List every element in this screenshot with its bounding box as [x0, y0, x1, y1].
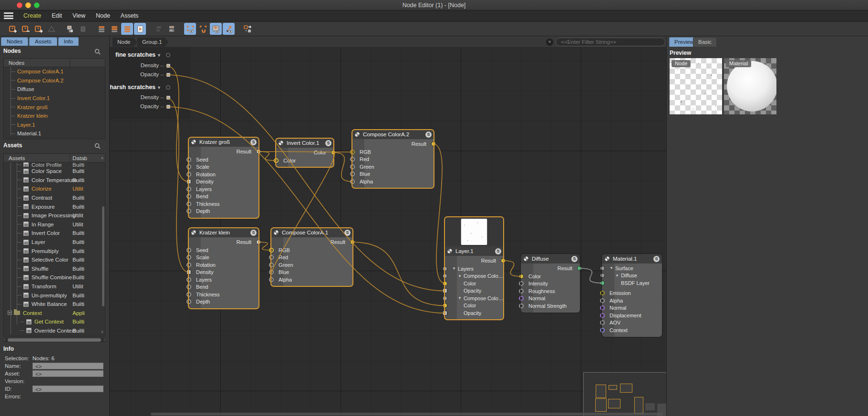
- solo-badge[interactable]: S: [250, 139, 257, 145]
- node-header[interactable]: Invert Color.1 S: [276, 138, 334, 148]
- port[interactable]: [443, 303, 447, 308]
- expand-arrow-icon[interactable]: ▼: [452, 266, 456, 271]
- node-header[interactable]: Material.1 S: [602, 254, 662, 264]
- port[interactable]: [443, 266, 447, 271]
- info-field[interactable]: <>: [32, 363, 103, 369]
- solo-badge[interactable]: S: [653, 256, 660, 262]
- port[interactable]: [350, 172, 355, 176]
- node-header[interactable]: Compose ColorA.2 S: [352, 130, 434, 139]
- titlebar[interactable]: Node Editor (1) - [Node]: [0, 0, 868, 10]
- port[interactable]: [443, 311, 447, 315]
- node-list-item[interactable]: Compose ColorA.2: [4, 76, 105, 85]
- asset-list-item[interactable]: Color SpaceBuilti: [4, 167, 105, 176]
- asset-list-item[interactable]: Un-premultiplyBuilti: [4, 291, 105, 300]
- menu-item-assets[interactable]: Assets: [115, 11, 144, 20]
- solo-badge[interactable]: S: [571, 256, 578, 262]
- graph-node-kgross[interactable]: Kratzer groß S Result Seed Scale Rotatio…: [188, 137, 259, 218]
- menu-item-view[interactable]: View: [67, 11, 91, 20]
- port[interactable]: [443, 281, 447, 286]
- graph-node-diffuse[interactable]: Diffuse S Result Color Intensity Roughne…: [521, 254, 580, 313]
- group-port[interactable]: [166, 95, 171, 100]
- port[interactable]: [186, 194, 191, 199]
- preview-thumbnail-material[interactable]: Material: [724, 58, 776, 114]
- port[interactable]: [186, 255, 191, 260]
- port[interactable]: [186, 202, 191, 206]
- solo-badge[interactable]: S: [250, 230, 257, 236]
- port[interactable]: [350, 179, 355, 184]
- node-list-item[interactable]: Compose ColorA.1: [4, 67, 105, 76]
- graph-node-invert[interactable]: Invert Color.1 S Color Color: [276, 138, 334, 167]
- port[interactable]: [269, 248, 274, 253]
- asset-list-item-partial[interactable]: Color ProfileBuilti: [4, 162, 105, 167]
- sidebar-tab-assets[interactable]: Assets: [29, 37, 57, 46]
- asset-list-item[interactable]: ShuffleBuilti: [4, 264, 105, 274]
- node-header[interactable]: Kratzer groß S: [188, 137, 259, 147]
- canvas-grid[interactable]: fine scratches▼ Density Opacity harsh sc…: [110, 48, 666, 416]
- remove-node-button[interactable]: [20, 23, 31, 35]
- asset-list-item[interactable]: Image ProcessingUtilit: [4, 211, 105, 220]
- node-header[interactable]: Compose ColorA.1 S: [271, 228, 353, 237]
- node-list-item[interactable]: Diffuse: [4, 85, 105, 94]
- port[interactable]: [443, 274, 447, 278]
- node-list-item[interactable]: Kratzer groß: [4, 102, 105, 112]
- graph-node-ca1[interactable]: Compose ColorA.1 S Result RGB Red Green …: [271, 228, 353, 286]
- sidebar-tab-info[interactable]: Info: [58, 37, 79, 46]
- menu-item-edit[interactable]: Edit: [47, 11, 68, 20]
- port[interactable]: [186, 157, 191, 162]
- group-title[interactable]: harsh scratches▼: [110, 84, 161, 91]
- asset-list-item[interactable]: ColorizeUtilit: [4, 184, 105, 193]
- node-list-item[interactable]: Kratzer klein: [4, 112, 105, 121]
- asset-list-item[interactable]: Invert ColorBuilti: [4, 229, 105, 238]
- node-header[interactable]: Layer.1 S: [444, 246, 504, 256]
- node-list-item[interactable]: Invert Color.1: [4, 94, 105, 103]
- asset-list-item[interactable]: Selective ColorBuilti: [4, 255, 105, 264]
- group-port[interactable]: [166, 104, 171, 109]
- port[interactable]: [519, 304, 524, 308]
- port[interactable]: [186, 270, 191, 274]
- group-output-port[interactable]: [166, 85, 170, 90]
- port[interactable]: [269, 263, 274, 267]
- preview-thumbnail-node[interactable]: Node: [670, 58, 722, 114]
- port[interactable]: [600, 320, 605, 325]
- node-canvas[interactable]: NodeGroup.1 ✕ fine scratches▼ Density Op…: [110, 36, 666, 416]
- pointer-visibility-button[interactable]: [223, 23, 235, 35]
- node-header[interactable]: Kratzer klein S: [188, 228, 259, 237]
- port[interactable]: [186, 284, 191, 289]
- asset-list-item[interactable]: Shuffle CombineBuilti: [4, 273, 105, 282]
- tab-basic[interactable]: Basic: [693, 37, 717, 47]
- asset-list-item[interactable]: ProjectionBuilti: [4, 335, 105, 336]
- asset-list-item[interactable]: Get ContextBuilti: [4, 317, 105, 326]
- solo-badge[interactable]: S: [425, 132, 432, 138]
- canvas-horizontal-scrollbar[interactable]: [151, 413, 663, 416]
- port[interactable]: [443, 288, 447, 293]
- port[interactable]: [269, 255, 274, 260]
- asset-list-item[interactable]: LayerBuilti: [4, 238, 105, 247]
- minimap[interactable]: [583, 372, 666, 416]
- asset-list-item[interactable]: White BalanceBuilti: [4, 300, 105, 309]
- partial-collapse-nodes-button[interactable]: [108, 23, 120, 35]
- nodes-list-column-header[interactable]: Nodes: [4, 59, 105, 67]
- collapse-nodes-button[interactable]: [95, 23, 107, 35]
- preview-playback-button[interactable]: [134, 23, 146, 35]
- port[interactable]: [600, 328, 605, 333]
- assets-vertical-scrollbar[interactable]: [102, 206, 104, 306]
- asset-list-item[interactable]: PremultiplyBuilti: [4, 246, 105, 255]
- port[interactable]: [519, 274, 524, 279]
- port[interactable]: [431, 142, 436, 146]
- filter-clear-icon[interactable]: ✕: [546, 39, 553, 46]
- graph-node-ca2[interactable]: Compose ColorA.2 S Result RGB Red Green …: [352, 130, 434, 188]
- sidebar-tab-nodes[interactable]: Nodes: [1, 37, 28, 46]
- frame-selection-button[interactable]: [184, 23, 196, 35]
- port[interactable]: [256, 240, 261, 244]
- port[interactable]: [186, 164, 191, 169]
- asset-list-item[interactable]: Color TemperatureBuilti: [4, 176, 105, 185]
- port[interactable]: [186, 292, 191, 297]
- assets-scroll-down-arrow[interactable]: ˅: [101, 330, 103, 335]
- port[interactable]: [600, 305, 605, 310]
- port[interactable]: [600, 281, 605, 285]
- port[interactable]: [600, 273, 605, 278]
- port[interactable]: [186, 263, 191, 267]
- port[interactable]: [186, 172, 191, 177]
- breadcrumb-node[interactable]: Node: [113, 38, 137, 47]
- collapse-expand-box[interactable]: [8, 311, 12, 315]
